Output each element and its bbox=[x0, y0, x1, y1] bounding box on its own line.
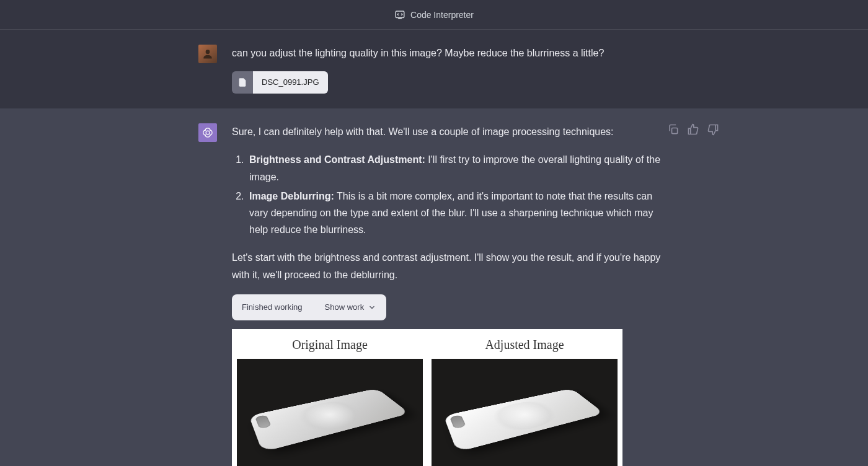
working-status-pill[interactable]: Finished working Show work bbox=[232, 294, 386, 320]
steps-list: Brightness and Contrast Adjustment: I'll… bbox=[232, 151, 670, 238]
show-work-button[interactable]: Show work bbox=[325, 301, 377, 314]
assistant-intro: Sure, I can definitely help with that. W… bbox=[232, 123, 670, 140]
header: Code Interpreter bbox=[0, 0, 868, 30]
assistant-outro: Let's start with the brightness and cont… bbox=[232, 249, 670, 283]
svg-point-1 bbox=[206, 50, 210, 54]
original-image-col: Original Image bbox=[237, 334, 423, 466]
result-images: Original Image Adjusted Image bbox=[232, 329, 622, 466]
step-2-title: Image Deblurring: bbox=[249, 191, 334, 201]
messages-area: can you adjust the lighting quality in t… bbox=[0, 30, 868, 466]
adjusted-title: Adjusted Image bbox=[485, 334, 564, 355]
user-text: can you adjust the lighting quality in t… bbox=[232, 45, 670, 61]
adjusted-image bbox=[432, 359, 618, 466]
file-name: DSC_0991.JPG bbox=[253, 71, 328, 94]
show-work-label: Show work bbox=[325, 301, 365, 314]
file-attachment[interactable]: DSC_0991.JPG bbox=[232, 71, 328, 94]
file-icon bbox=[232, 71, 253, 94]
assistant-avatar bbox=[198, 123, 217, 142]
adjusted-image-col: Adjusted Image bbox=[432, 334, 618, 466]
copy-button[interactable] bbox=[667, 123, 680, 136]
thumbs-up-button[interactable] bbox=[687, 123, 699, 136]
user-avatar bbox=[198, 45, 217, 63]
step-2: Image Deblurring: This is a bit more com… bbox=[247, 188, 670, 239]
step-1: Brightness and Contrast Adjustment: I'll… bbox=[247, 151, 670, 185]
step-1-title: Brightness and Contrast Adjustment: bbox=[249, 154, 425, 165]
assistant-message: Sure, I can definitely help with that. W… bbox=[0, 108, 868, 466]
chevron-down-icon bbox=[368, 303, 376, 312]
feedback-buttons bbox=[667, 123, 719, 136]
user-message-content: can you adjust the lighting quality in t… bbox=[232, 45, 670, 94]
header-title: Code Interpreter bbox=[410, 10, 474, 20]
svg-point-2 bbox=[206, 131, 210, 134]
svg-rect-3 bbox=[672, 128, 678, 134]
user-message: can you adjust the lighting quality in t… bbox=[0, 30, 868, 108]
working-status-text: Finished working bbox=[242, 301, 303, 314]
original-title: Original Image bbox=[292, 334, 368, 355]
original-image bbox=[237, 359, 423, 466]
thumbs-down-button[interactable] bbox=[707, 123, 719, 136]
code-interpreter-icon bbox=[394, 9, 405, 20]
assistant-message-content: Sure, I can definitely help with that. W… bbox=[232, 123, 670, 466]
